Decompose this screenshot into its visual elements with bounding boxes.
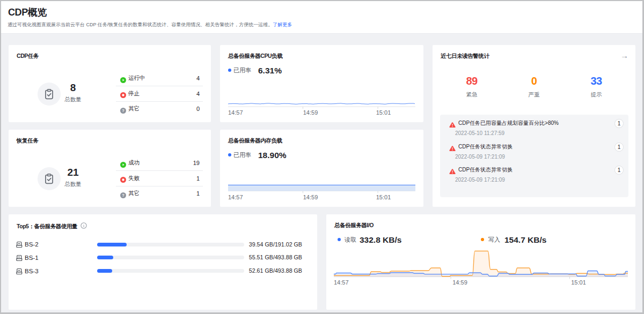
svg-text:?: ? [122, 193, 125, 198]
svg-text:?: ? [122, 108, 125, 113]
